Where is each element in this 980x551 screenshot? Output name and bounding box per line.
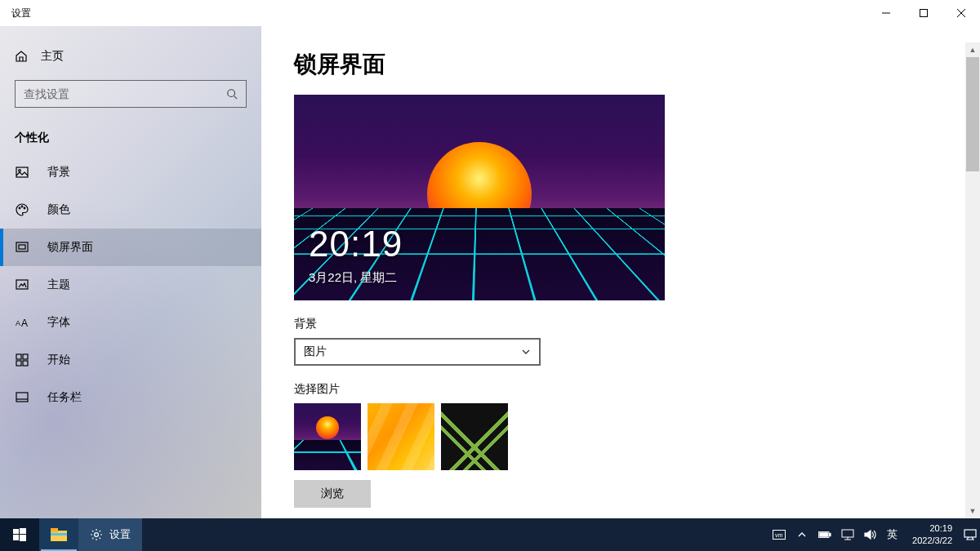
maximize-button[interactable] (905, 0, 942, 26)
sidebar-section-label: 个性化 (0, 111, 261, 153)
svg-point-7 (19, 170, 21, 172)
scroll-thumb[interactable] (966, 57, 979, 171)
system-tray: vm 英 (766, 518, 904, 551)
svg-text:A: A (16, 319, 20, 327)
sidebar-item-label: 开始 (47, 353, 70, 367)
sidebar-item-label: 背景 (47, 165, 70, 180)
tray-vm-icon[interactable]: vm (773, 528, 786, 541)
close-button[interactable] (942, 0, 980, 26)
svg-rect-34 (820, 533, 828, 536)
svg-rect-20 (16, 393, 28, 402)
sidebar-item-background[interactable]: 背景 (0, 153, 261, 191)
svg-text:vm: vm (775, 532, 783, 538)
search-input[interactable] (24, 87, 226, 100)
chevron-down-icon (521, 347, 531, 357)
taskbar-clock[interactable]: 20:19 2022/3/22 (904, 518, 960, 551)
svg-rect-22 (13, 529, 19, 534)
sidebar-item-colors[interactable]: 颜色 (0, 191, 261, 229)
taskbar-time: 20:19 (929, 522, 952, 535)
svg-rect-35 (842, 530, 853, 537)
titlebar: 设置 (0, 0, 980, 26)
sidebar-item-taskbar[interactable]: 任务栏 (0, 379, 261, 416)
svg-rect-17 (23, 354, 28, 359)
window-title: 设置 (11, 7, 31, 20)
sidebar-item-label: 主题 (47, 278, 70, 292)
theme-icon (15, 278, 29, 292)
sidebar-item-lockscreen[interactable]: 锁屏界面 (0, 229, 261, 266)
sidebar: 主页 个性化 背景 颜色 锁屏界面 (0, 26, 261, 518)
sidebar-item-start[interactable]: 开始 (0, 341, 261, 379)
svg-rect-33 (829, 533, 831, 536)
svg-point-9 (21, 206, 23, 207)
page-title: 锁屏界面 (294, 49, 947, 80)
dropdown-value: 图片 (304, 344, 327, 359)
taskbar-date: 2022/3/22 (912, 535, 952, 547)
preview-date: 3月22日, 星期二 (309, 270, 397, 286)
sidebar-item-fonts[interactable]: AA 字体 (0, 304, 261, 341)
search-icon (226, 88, 238, 100)
svg-rect-38 (964, 530, 976, 537)
svg-rect-6 (16, 167, 28, 177)
preview-time: 20:19 (309, 224, 403, 264)
browse-button[interactable]: 浏览 (294, 480, 371, 508)
tray-chevron-up-icon[interactable] (795, 528, 808, 541)
search-box[interactable] (15, 80, 247, 108)
choose-image-label: 选择图片 (294, 382, 947, 397)
picture-icon (15, 165, 29, 180)
svg-rect-23 (20, 528, 26, 534)
svg-line-5 (234, 96, 238, 100)
minimize-button[interactable] (867, 0, 905, 26)
scroll-up-icon[interactable]: ▲ (965, 42, 980, 57)
image-thumbs (294, 403, 947, 470)
font-icon: AA (15, 315, 29, 330)
start-icon (15, 353, 29, 367)
home-link[interactable]: 主页 (0, 41, 261, 72)
sidebar-item-themes[interactable]: 主题 (0, 266, 261, 304)
background-dropdown[interactable]: 图片 (294, 338, 541, 366)
gear-icon (90, 528, 103, 541)
image-thumb-3[interactable] (441, 403, 508, 470)
scrollbar[interactable]: ▲ ▼ (965, 42, 980, 518)
svg-rect-1 (920, 10, 928, 17)
svg-rect-19 (23, 361, 28, 366)
scroll-down-icon[interactable]: ▼ (965, 504, 980, 518)
lockscreen-icon (15, 240, 29, 255)
svg-rect-25 (20, 535, 26, 541)
taskbar-icon (15, 390, 29, 405)
sidebar-item-label: 任务栏 (47, 390, 82, 405)
content-pane: 锁屏界面 20:19 3月22日, 星期二 背景 图片 选择图片 (261, 26, 980, 518)
svg-point-10 (24, 207, 25, 209)
svg-rect-11 (16, 242, 28, 251)
tray-volume-icon[interactable] (864, 528, 877, 541)
background-section-label: 背景 (294, 317, 947, 331)
svg-rect-24 (13, 535, 19, 540)
taskbar-explorer[interactable] (39, 518, 78, 551)
svg-point-29 (95, 533, 99, 537)
start-button[interactable] (0, 518, 39, 551)
svg-point-4 (228, 90, 235, 97)
taskbar-app-label: 设置 (109, 527, 131, 542)
svg-rect-18 (16, 361, 21, 366)
svg-rect-27 (51, 528, 58, 532)
tray-ime-label[interactable]: 英 (887, 527, 898, 542)
sidebar-item-label: 颜色 (47, 202, 70, 217)
sidebar-item-label: 锁屏界面 (47, 240, 93, 255)
taskbar: 设置 vm 英 20:19 2022/3/22 (0, 518, 980, 551)
home-icon (15, 50, 28, 63)
taskbar-settings-app[interactable]: 设置 (78, 518, 142, 551)
action-center-button[interactable] (960, 518, 980, 551)
image-thumb-1[interactable] (294, 403, 361, 470)
palette-icon (15, 202, 29, 217)
lockscreen-preview: 20:19 3月22日, 星期二 (294, 95, 665, 300)
svg-point-8 (19, 207, 20, 209)
tray-battery-icon[interactable] (818, 528, 831, 541)
svg-rect-28 (51, 533, 67, 535)
image-thumb-2[interactable] (368, 403, 434, 470)
sidebar-item-label: 字体 (47, 315, 70, 330)
svg-rect-12 (19, 245, 25, 249)
home-label: 主页 (41, 49, 64, 64)
settings-window: 设置 主页 个性化 (0, 0, 980, 518)
tray-network-icon[interactable] (841, 528, 854, 541)
svg-rect-16 (16, 354, 21, 359)
svg-text:A: A (21, 318, 28, 329)
